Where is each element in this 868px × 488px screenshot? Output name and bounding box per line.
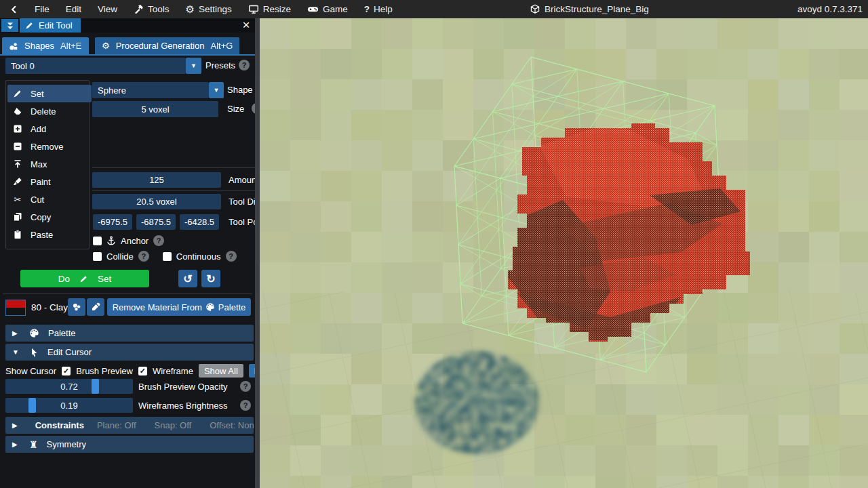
tab-shapes-label: Shapes: [24, 41, 54, 51]
brush-preview-opacity-label: Brush Preview Opacity: [138, 382, 228, 392]
tool-item-copy[interactable]: Copy: [7, 208, 92, 226]
presets-help-icon[interactable]: ?: [239, 60, 250, 70]
section-edit-cursor[interactable]: ▼ Edit Cursor: [5, 344, 254, 361]
amount-input[interactable]: 125: [92, 172, 221, 188]
anchor-help-icon[interactable]: ?: [153, 235, 164, 246]
panel-title-text: Edit Tool: [39, 20, 73, 30]
back-chevron-icon: [9, 5, 18, 14]
tool-item-max[interactable]: Max: [7, 155, 92, 173]
amount-label: Amount: [229, 175, 255, 185]
remove-material-button[interactable]: Remove Material From Palette: [107, 298, 251, 316]
material-balls-button[interactable]: [68, 298, 85, 316]
do-set-button[interactable]: Do Set: [20, 270, 149, 287]
size-value: 5 voxel: [141, 104, 169, 115]
menu-game[interactable]: Game: [307, 4, 348, 14]
tool-position-x-input[interactable]: -6975.5: [93, 214, 132, 230]
menu-settings-label: Settings: [199, 4, 232, 14]
size-input[interactable]: 5 voxel: [92, 101, 218, 117]
panel-resize-gutter[interactable]: [255, 18, 260, 488]
eraser-icon: [13, 106, 22, 116]
separator: [92, 167, 255, 168]
menu-settings[interactable]: ⚙ Settings: [186, 4, 232, 14]
edit-tool-panel: Edit Tool × Shapes Alt+E ⚙ Procedural Ge…: [0, 18, 255, 488]
section-symmetry[interactable]: ▶ ♜ Symmetry: [5, 436, 254, 453]
scene-canvas[interactable]: [260, 18, 868, 488]
brush-preview-opacity-slider[interactable]: 0.72: [5, 379, 133, 394]
menu-help[interactable]: ? Help: [364, 4, 393, 14]
close-panel-button[interactable]: ×: [238, 18, 254, 33]
brush-preview-checkbox[interactable]: ✓: [62, 367, 71, 375]
continuous-checkbox[interactable]: [163, 252, 172, 261]
wireframes-brightness-slider[interactable]: 0.19: [5, 398, 133, 413]
app-version: avoyd 0.7.3.371: [797, 0, 863, 18]
tool-position-y-input[interactable]: -6875.5: [136, 214, 176, 230]
tool-position-z-input[interactable]: -6428.5: [180, 214, 219, 230]
gear-icon: ⚙: [102, 41, 110, 50]
eyedropper-button[interactable]: [87, 298, 104, 316]
viewport-3d[interactable]: [260, 18, 868, 488]
wireframe-checkbox[interactable]: ✓: [138, 367, 147, 375]
anchor-icon: [106, 236, 116, 245]
tool-item-set[interactable]: Set: [7, 85, 92, 102]
tool-item-paint[interactable]: Paint: [7, 173, 92, 190]
tab-procedural-generation[interactable]: ⚙ Procedural Generation Alt+G: [95, 37, 239, 54]
brightness-help-icon[interactable]: ?: [240, 400, 251, 411]
shapes-icon: [9, 41, 18, 51]
chevron-right-icon: ▶: [12, 422, 18, 429]
tab-shapes[interactable]: Shapes Alt+E: [2, 37, 89, 54]
redo-button[interactable]: ↻: [201, 270, 220, 287]
collapse-all-button[interactable]: [1, 19, 18, 32]
pencil-icon: [79, 274, 88, 283]
menu-file[interactable]: File: [35, 4, 50, 14]
section-constraints[interactable]: ▶ Constraints Plane: Off Snap: Off Offse…: [5, 417, 254, 434]
hammer-icon: [134, 4, 144, 14]
tool-item-remove[interactable]: Remove: [7, 138, 92, 155]
double-chevron-down-icon: [5, 21, 15, 30]
tool-item-cut[interactable]: ✂ Cut: [7, 190, 92, 208]
collide-help-icon[interactable]: ?: [138, 251, 149, 262]
cursor-options-row: Show Cursor ✓ Brush Preview ✓ Wireframe …: [5, 364, 255, 378]
tab-shapes-shortcut: Alt+E: [60, 41, 81, 51]
menu-edit[interactable]: Edit: [66, 4, 81, 14]
brush-preview-label: Brush Preview: [76, 366, 133, 376]
tool-item-add[interactable]: Add: [7, 120, 92, 138]
tool-diameter-input[interactable]: 20.5 voxel: [92, 194, 221, 209]
continuous-help-icon[interactable]: ?: [226, 251, 237, 262]
menu-resize[interactable]: Resize: [248, 4, 291, 14]
menu-tools[interactable]: Tools: [134, 4, 170, 14]
undo-button[interactable]: ↺: [178, 270, 197, 287]
tool-item-paste[interactable]: Paste: [7, 226, 92, 243]
undo-icon: ↺: [183, 272, 192, 285]
rook-icon: ♜: [29, 440, 38, 449]
preset-select[interactable]: Tool 0: [5, 58, 186, 74]
do-label: Do: [58, 274, 70, 284]
hide-all-button[interactable]: Hide All: [249, 364, 255, 378]
anchor-row: Anchor ?: [93, 235, 164, 246]
section-palette[interactable]: ▶ Palette: [5, 325, 254, 342]
material-swatch[interactable]: [5, 300, 26, 316]
monitor-icon: [248, 4, 259, 14]
tool-item-delete[interactable]: Delete: [7, 102, 92, 120]
anchor-checkbox[interactable]: [93, 237, 102, 245]
back-button[interactable]: [9, 5, 18, 14]
show-all-button[interactable]: Show All: [199, 364, 243, 378]
preset-value: Tool 0: [5, 61, 35, 71]
redo-icon: ↻: [206, 272, 215, 285]
slider-value: 0.72: [5, 379, 133, 394]
constraints-snap-status: Snap: Off: [155, 420, 192, 430]
separator: [3, 293, 252, 294]
collide-row: Collide ? Continuous ?: [93, 251, 237, 262]
pencil-icon: [13, 89, 22, 98]
panel-title-tab[interactable]: Edit Tool: [20, 18, 81, 33]
cursor-icon: [29, 348, 39, 357]
preset-dropdown-button[interactable]: ▼: [186, 58, 201, 74]
shape-select[interactable]: Sphere: [92, 82, 209, 98]
opacity-help-icon[interactable]: ?: [240, 381, 251, 392]
arrow-to-top-icon: [13, 159, 22, 169]
menu-view[interactable]: View: [98, 4, 117, 14]
collide-checkbox[interactable]: [93, 252, 102, 261]
shape-dropdown-button[interactable]: ▼: [209, 82, 224, 98]
separator: [92, 190, 255, 191]
tab-underline: [0, 54, 255, 56]
menu-bar: File Edit View Tools ⚙ Settings Resize G…: [0, 0, 868, 18]
